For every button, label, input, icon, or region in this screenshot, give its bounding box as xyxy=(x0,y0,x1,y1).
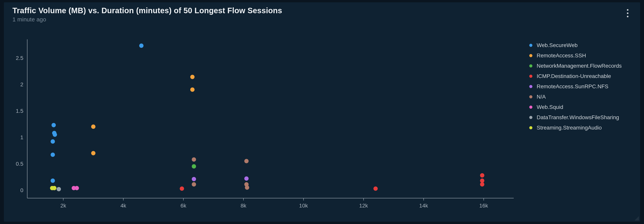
legend-swatch xyxy=(529,126,532,129)
legend-item[interactable]: NetworkManagement.FlowRecords xyxy=(529,61,636,71)
data-point[interactable] xyxy=(192,157,196,162)
legend-swatch xyxy=(529,85,532,88)
data-point[interactable] xyxy=(244,159,248,163)
legend-swatch xyxy=(529,54,532,57)
x-axis: 2k4k6k8k10k12k14k16k xyxy=(27,198,514,209)
data-point[interactable] xyxy=(374,186,378,191)
data-point[interactable] xyxy=(53,132,57,137)
y-tick-label: 2.5 xyxy=(16,55,23,61)
x-tick-label: 16k xyxy=(479,202,488,209)
data-point[interactable] xyxy=(190,88,194,92)
y-tick-label: 1.5 xyxy=(16,108,23,114)
panel-titles: Traffic Volume (MB) vs. Duration (minute… xyxy=(12,6,282,23)
y-axis: 00.511.522.5 xyxy=(16,39,27,198)
x-tick-label: 2k xyxy=(60,202,66,209)
data-point[interactable] xyxy=(192,182,196,186)
legend-item[interactable]: Web.SecureWeb xyxy=(529,40,636,50)
x-tick-label: 6k xyxy=(180,202,186,209)
data-point[interactable] xyxy=(56,187,61,191)
x-tick-label: 4k xyxy=(120,202,126,209)
panel-menu-button[interactable] xyxy=(623,8,632,19)
legend-label: RemoteAccess.SunRPC.NFS xyxy=(537,84,608,90)
legend-label: Web.Squid xyxy=(537,104,563,110)
chart-row: 00.511.522.5 2k4k6k8k10k12k14k16k Web.Se… xyxy=(4,34,640,222)
resize-handle-icon[interactable] xyxy=(633,215,639,220)
y-tick-label: 2 xyxy=(20,82,23,88)
legend-item[interactable]: DataTransfer.WindowsFileSharing xyxy=(529,112,636,122)
data-point[interactable] xyxy=(192,164,196,168)
data-point[interactable] xyxy=(139,44,144,48)
legend-item[interactable]: ICMP.Destination-Unreachable xyxy=(529,71,636,81)
legend-item[interactable]: N/A xyxy=(529,92,636,102)
panel-title: Traffic Volume (MB) vs. Duration (minute… xyxy=(12,6,282,15)
data-point[interactable] xyxy=(480,182,484,186)
y-tick-label: 1 xyxy=(20,134,23,140)
panel-header: Traffic Volume (MB) vs. Duration (minute… xyxy=(4,2,640,23)
legend-label: Web.SecureWeb xyxy=(537,42,578,48)
data-point[interactable] xyxy=(480,173,484,178)
y-tick-label: 0 xyxy=(20,187,23,193)
data-point[interactable] xyxy=(50,178,55,183)
data-point[interactable] xyxy=(190,75,194,79)
legend-swatch xyxy=(529,44,532,47)
x-tick-label: 10k xyxy=(299,202,308,209)
data-point[interactable] xyxy=(52,123,56,127)
data-point[interactable] xyxy=(50,153,55,157)
data-point[interactable] xyxy=(244,176,248,181)
data-point[interactable] xyxy=(244,182,248,186)
legend-swatch xyxy=(529,95,532,98)
scatter-points xyxy=(50,44,484,191)
data-point[interactable] xyxy=(75,186,79,190)
x-tick-label: 12k xyxy=(359,202,368,209)
legend-item[interactable]: Web.Squid xyxy=(529,102,636,112)
x-tick-label: 14k xyxy=(419,202,428,209)
y-tick-label: 0.5 xyxy=(16,161,23,167)
data-point[interactable] xyxy=(480,178,484,183)
legend-item[interactable]: RemoteAccess.SSH xyxy=(529,50,636,61)
data-point[interactable] xyxy=(91,124,96,129)
x-tick-label: 8k xyxy=(240,202,246,209)
legend-label: NetworkManagement.FlowRecords xyxy=(537,63,622,69)
legend-swatch xyxy=(529,75,532,78)
legend-swatch xyxy=(529,106,532,109)
legend-swatch xyxy=(529,116,532,119)
legend-item[interactable]: Streaming.StreamingAudio xyxy=(529,122,636,133)
legend-label: RemoteAccess.SSH xyxy=(537,52,586,59)
legend-label: DataTransfer.WindowsFileSharing xyxy=(537,114,619,120)
chart-panel: Traffic Volume (MB) vs. Duration (minute… xyxy=(4,2,640,222)
legend-swatch xyxy=(529,64,532,68)
legend: Web.SecureWebRemoteAccess.SSHNetworkMana… xyxy=(526,34,640,222)
data-point[interactable] xyxy=(52,186,56,190)
panel-subtitle: 1 minute ago xyxy=(12,16,282,23)
data-point[interactable] xyxy=(192,177,196,181)
data-point[interactable] xyxy=(180,186,184,191)
data-point[interactable] xyxy=(91,151,96,155)
legend-label: Streaming.StreamingAudio xyxy=(537,125,602,131)
legend-item[interactable]: RemoteAccess.SunRPC.NFS xyxy=(529,81,636,92)
data-point[interactable] xyxy=(50,140,55,144)
legend-label: N/A xyxy=(537,94,546,100)
legend-label: ICMP.Destination-Unreachable xyxy=(537,73,611,79)
scatter-plot[interactable]: 00.511.522.5 2k4k6k8k10k12k14k16k xyxy=(4,34,526,222)
